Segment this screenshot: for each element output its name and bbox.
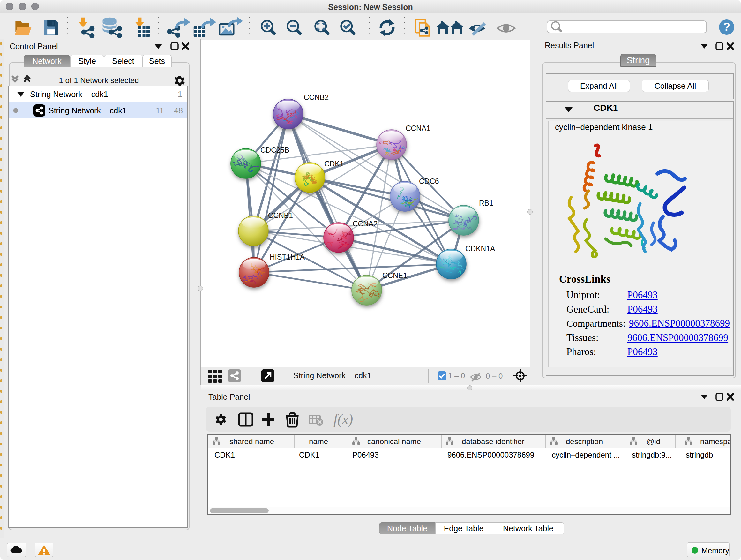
svg-text:CDC6: CDC6 <box>419 177 439 186</box>
svg-text:0 – 0: 0 – 0 <box>486 372 502 380</box>
svg-text:CCNA2: CCNA2 <box>353 220 378 228</box>
svg-text:?: ? <box>723 20 730 34</box>
svg-text:CCNE1: CCNE1 <box>382 271 407 280</box>
svg-text:canonical name: canonical name <box>367 437 421 446</box>
svg-text:HIST1H1A: HIST1H1A <box>270 253 305 261</box>
svg-text:@id: @id <box>647 437 660 446</box>
svg-text:database identifier: database identifier <box>462 437 524 446</box>
svg-text:description: description <box>566 437 603 446</box>
svg-text:CDKN1A: CDKN1A <box>465 245 495 253</box>
svg-text:1 – 0: 1 – 0 <box>448 371 465 380</box>
svg-text:CCNB2: CCNB2 <box>304 93 329 102</box>
svg-text:name: name <box>309 437 328 446</box>
svg-text:CDK1: CDK1 <box>324 160 344 168</box>
svg-text:String Network – cdk1: String Network – cdk1 <box>293 371 372 380</box>
svg-text:CCNB1: CCNB1 <box>268 211 293 220</box>
svg-text:CCNA1: CCNA1 <box>406 124 430 132</box>
svg-text:CDC25B: CDC25B <box>260 146 289 154</box>
svg-text:shared name: shared name <box>229 437 274 446</box>
svg-text:f(x): f(x) <box>333 412 353 427</box>
svg-text:RB1: RB1 <box>479 199 493 207</box>
svg-text:namespac: namespac <box>700 437 730 446</box>
